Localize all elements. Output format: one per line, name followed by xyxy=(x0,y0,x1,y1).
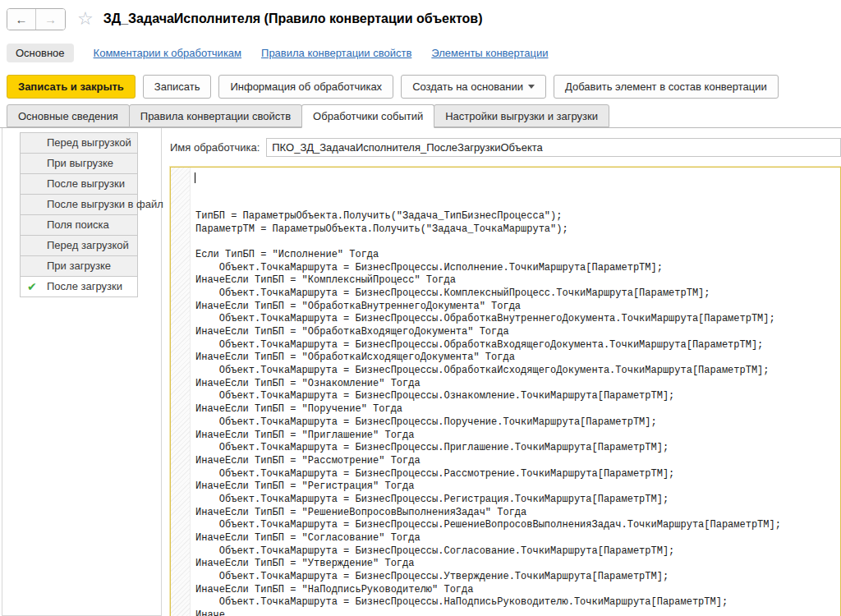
code-line: ИначеЕсли ТипБП = "ОбработкаВнутреннегоД… xyxy=(195,301,840,314)
stage-item-before-upload[interactable]: Перед выгрузкой xyxy=(20,132,138,154)
save-button[interactable]: Записать xyxy=(143,75,212,99)
code-line: Иначе xyxy=(195,609,840,616)
code-line: Объект.ТочкаМаршрута = БизнесПроцессы.Оз… xyxy=(195,390,840,403)
code-line: ИначеЕсли ТипБП = "Регистрация" Тогда xyxy=(195,480,840,494)
stage-item-on-upload[interactable]: При выгрузке xyxy=(20,153,138,174)
code-line: ИначеЕсли ТипБП = "Приглашение" Тогда xyxy=(195,430,840,443)
stage-item-on-load[interactable]: При загрузке xyxy=(20,255,138,277)
handler-name-label: Имя обработчика: xyxy=(170,141,260,154)
add-element-button[interactable]: Добавить элемент в состав конвертации xyxy=(554,75,779,99)
back-button[interactable]: ← xyxy=(7,9,36,30)
code-line: ПараметрТМ = ПараметрыОбъекта.Получить("… xyxy=(195,223,840,237)
handler-name-input[interactable]: ПКО_ЗД_ЗадачаИсполнителя_ПослеЗагрузкиОб… xyxy=(266,138,841,157)
handler-name-row: Имя обработчика: ПКО_ЗД_ЗадачаИсполнител… xyxy=(170,138,841,158)
code-line: ИначеЕсли ТипБП = "Поручение" Тогда xyxy=(195,403,840,416)
code-line: Объект.ТочкаМаршрута = БизнесПроцессы.Об… xyxy=(195,313,840,326)
save-and-close-button[interactable]: Записать и закрыть xyxy=(7,75,136,99)
code-editor[interactable]: ТипБП = ПараметрыОбъекта.Получить("Задач… xyxy=(170,167,841,616)
stage-item-search-fields[interactable]: Поля поиска xyxy=(20,214,138,236)
tab-event-handlers[interactable]: Обработчики событий xyxy=(301,104,434,128)
stage-item-label: После загрузки xyxy=(47,280,122,292)
code-line: Объект.ТочкаМаршрута = БизнесПроцессы.Об… xyxy=(195,339,840,352)
code-line: Объект.ТочкаМаршрута = БизнесПроцессы.Ра… xyxy=(195,468,840,481)
handlers-info-button[interactable]: Информация об обработчиках xyxy=(218,75,393,99)
code-line: Объект.ТочкаМаршрута = БизнесПроцессы.На… xyxy=(195,596,840,609)
nav-item-property-conversion-rules[interactable]: Правила конвертации свойств xyxy=(261,47,411,59)
page-title: ЗД_ЗадачаИсполнителя (Правило конвертаци… xyxy=(103,11,483,26)
create-based-on-button[interactable]: Создать на основании xyxy=(401,75,546,99)
code-line: ИначеЕсли ТипБП = "РешениеВопросовВыполн… xyxy=(195,507,840,520)
section-nav: Основное Комментарии к обработчикам Прав… xyxy=(7,43,841,62)
code-editor-text[interactable]: ТипБП = ПараметрыОбъекта.Получить("Задач… xyxy=(191,168,840,616)
code-line: Объект.ТочкаМаршрута = БизнесПроцессы.Ре… xyxy=(195,519,840,532)
code-line: Объект.ТочкаМаршрута = БизнесПроцессы.Ре… xyxy=(195,494,840,507)
text-caret xyxy=(195,172,195,183)
nav-item-main[interactable]: Основное xyxy=(7,44,74,62)
code-line: ИначеЕсли ТипБП = "НаПодписьРуководителю… xyxy=(195,584,840,597)
code-line: Если ТипБП = "Исполнение" Тогда xyxy=(195,249,840,262)
history-nav-group: ← → xyxy=(7,8,66,30)
code-line xyxy=(195,236,840,249)
code-line: Объект.ТочкаМаршрута = БизнесПроцессы.Об… xyxy=(195,365,840,378)
code-line: ИначеЕсли ТипБП = "Утверждение" Тогда xyxy=(195,558,840,571)
code-line: Объект.ТочкаМаршрута = БизнесПроцессы.По… xyxy=(195,416,840,430)
window-titlebar: ← → ☆ ЗД_ЗадачаИсполнителя (Правило конв… xyxy=(0,0,841,31)
code-editor-gutter xyxy=(171,168,191,616)
tab-upload-download-settings[interactable]: Настройки выгрузки и загрузки xyxy=(434,104,609,127)
forward-button[interactable]: → xyxy=(36,9,65,30)
code-line: ИначеЕсли ТипБП = "Рассмотрение" Тогда xyxy=(195,455,840,468)
code-line: Объект.ТочкаМаршрута = БизнесПроцессы.Ис… xyxy=(195,262,840,275)
code-line: Объект.ТочкаМаршрута = БизнесПроцессы.Ко… xyxy=(195,287,840,301)
code-line: ИначеЕсли ТипБП = "КомплексныйПроцесс" Т… xyxy=(195,274,840,287)
tab-property-conversion-rules[interactable]: Правила конвертации свойств xyxy=(129,104,302,127)
create-based-on-label: Создать на основании xyxy=(412,80,523,93)
code-line: Объект.ТочкаМаршрута = БизнесПроцессы.Пр… xyxy=(195,442,840,455)
toolbar: Записать и закрыть Записать Информация о… xyxy=(7,75,841,99)
code-line: ИначеЕсли ТипБП = "ОбработкаИсходящегоДо… xyxy=(195,352,840,365)
content-area: Перед выгрузкой При выгрузке После выгру… xyxy=(0,128,841,616)
stage-item-after-upload[interactable]: После выгрузки xyxy=(20,173,138,195)
handler-panel: Имя обработчика: ПКО_ЗД_ЗадачаИсполнител… xyxy=(162,128,841,616)
stage-item-before-load[interactable]: Перед загрузкой xyxy=(20,235,138,256)
nav-item-handler-comments[interactable]: Комментарии к обработчикам xyxy=(94,47,241,59)
stage-item-after-load[interactable]: ✔ После загрузки xyxy=(20,276,138,297)
code-line: ИначеЕсли ТипБП = "Согласование" Тогда xyxy=(195,532,840,545)
tab-bar: Основные сведения Правила конвертации св… xyxy=(0,104,841,128)
tab-general-info[interactable]: Основные сведения xyxy=(7,104,130,127)
favorite-star-icon[interactable]: ☆ xyxy=(77,10,94,28)
nav-item-conversion-elements[interactable]: Элементы конвертации xyxy=(431,47,548,59)
code-line: Объект.ТочкаМаршрута = БизнесПроцессы.Со… xyxy=(195,545,840,559)
code-line: ИначеЕсли ТипБП = "Ознакомление" Тогда xyxy=(195,378,840,391)
handler-stage-list: Перед выгрузкой При выгрузке После выгру… xyxy=(2,128,162,616)
code-line: ТипБП = ПараметрыОбъекта.Получить("Задач… xyxy=(195,210,840,223)
code-line: Объект.ТочкаМаршрута = БизнесПроцессы.Ут… xyxy=(195,571,840,584)
stage-item-after-upload-to-file[interactable]: После выгрузки в файл xyxy=(20,194,138,215)
code-line: ИначеЕсли ТипБП = "ОбработкаВходящегоДок… xyxy=(195,326,840,339)
dropdown-caret-icon xyxy=(528,85,535,89)
check-icon: ✔ xyxy=(27,277,37,297)
